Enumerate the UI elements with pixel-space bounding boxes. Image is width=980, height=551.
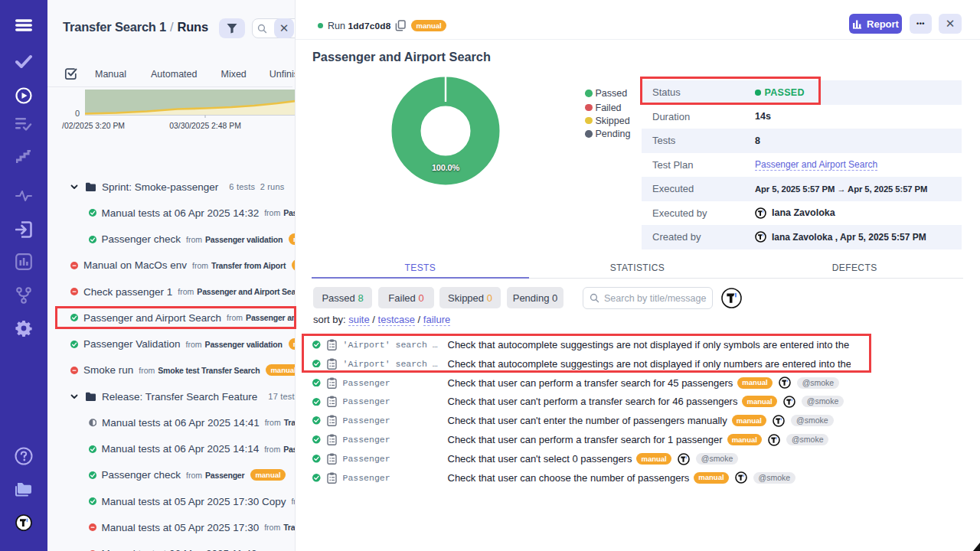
svg-text:/02/2025 3:20 PM: /02/2025 3:20 PM (62, 122, 125, 130)
svg-text:03/30/2025 2:48 PM: 03/30/2025 2:48 PM (169, 122, 241, 130)
svg-text:0: 0 (75, 109, 80, 118)
